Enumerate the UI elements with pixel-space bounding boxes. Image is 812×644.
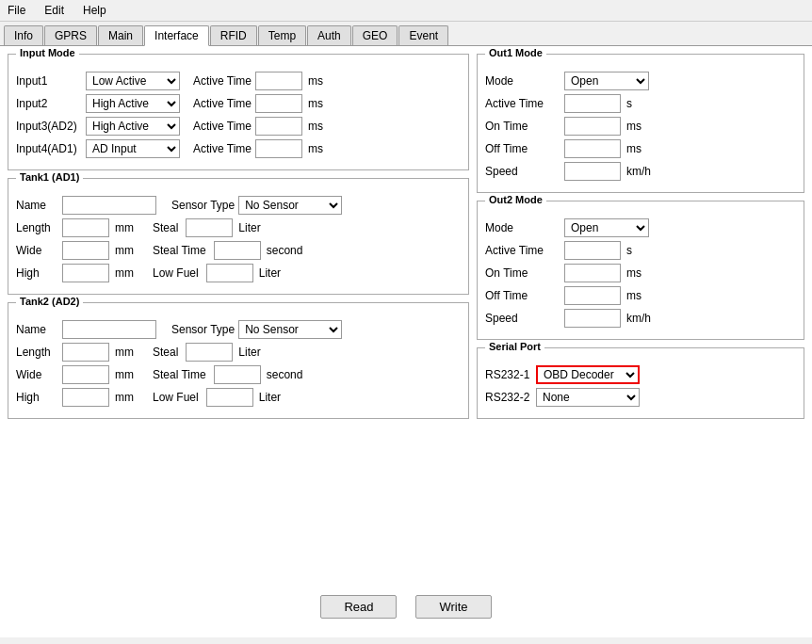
- tank1-steal-time-unit: second: [267, 244, 303, 257]
- tank1-title: Tank1 (AD1): [16, 171, 83, 183]
- out1-mode-label: Mode: [485, 74, 560, 88]
- tank2-steal-value[interactable]: 0: [186, 343, 233, 362]
- tank1-high-value[interactable]: 0: [62, 264, 109, 282]
- input1-row: Input1 Low Active High Active AD Input A…: [16, 72, 461, 90]
- tab-gprs[interactable]: GPRS: [44, 25, 97, 45]
- tank2-high-row: High 0 mm Low Fuel 0 Liter: [16, 388, 461, 407]
- tank2-steal-label: Steal: [153, 346, 178, 359]
- out2-speed-unit: km/h: [626, 312, 651, 325]
- tank2-length-value[interactable]: 0: [62, 343, 109, 362]
- tank2-length-label: Length: [16, 346, 58, 359]
- out2-speed-label: Speed: [485, 312, 560, 325]
- tab-info[interactable]: Info: [4, 25, 43, 45]
- tab-main[interactable]: Main: [98, 25, 143, 45]
- out1-speed-value[interactable]: 0: [564, 162, 621, 181]
- tank2-high-label: High: [16, 391, 58, 404]
- out2-speed-row: Speed 0 km/h: [485, 309, 796, 328]
- input-mode-title: Input Mode: [16, 47, 79, 58]
- out2-on-time-value[interactable]: 0: [564, 264, 621, 282]
- tank1-steal-value[interactable]: 0: [186, 218, 233, 237]
- tank2-name-value[interactable]: [62, 320, 156, 339]
- menu-edit[interactable]: Edit: [41, 2, 68, 19]
- tank2-wide-value[interactable]: 0: [62, 365, 109, 384]
- input2-unit: ms: [308, 97, 327, 110]
- out2-speed-value[interactable]: 0: [564, 309, 621, 328]
- out1-off-time-label: Off Time: [485, 142, 560, 155]
- tank2-steal-time-value[interactable]: 0: [214, 365, 261, 384]
- menu-file[interactable]: File: [4, 2, 29, 19]
- tank1-steal-time-value[interactable]: 0: [214, 241, 261, 260]
- menu-help[interactable]: Help: [79, 2, 110, 19]
- out2-off-time-row: Off Time 0 ms: [485, 286, 796, 305]
- tab-interface[interactable]: Interface: [144, 25, 209, 46]
- tab-temp[interactable]: Temp: [258, 25, 306, 45]
- out2-on-time-label: On Time: [485, 266, 560, 280]
- tab-rfid[interactable]: RFID: [210, 25, 257, 45]
- rs232-2-select[interactable]: None OBD Decoder GPS Other: [536, 388, 640, 407]
- out1-on-time-value[interactable]: 0: [564, 117, 621, 136]
- out2-mode-row: Mode Open Closed Pulse: [485, 218, 796, 237]
- right-column: Out1 Mode Mode Open Closed Pulse Active …: [477, 54, 804, 427]
- tab-event[interactable]: Event: [398, 25, 448, 45]
- tank1-sensor-type-label: Sensor Type: [171, 199, 235, 212]
- out2-mode-inner: Mode Open Closed Pulse Active Time 0 s O: [485, 218, 796, 328]
- input3-row: Input3(AD2) Low Active High Active AD In…: [16, 117, 461, 136]
- write-button[interactable]: Write: [415, 595, 491, 619]
- tank2-high-value[interactable]: 0: [62, 388, 109, 407]
- tank1-wide-label: Wide: [16, 244, 58, 257]
- out2-mode-select[interactable]: Open Closed Pulse: [564, 218, 649, 237]
- tank1-name-value[interactable]: [62, 196, 156, 215]
- out2-mode-title: Out2 Mode: [485, 194, 546, 205]
- tank2-sensor-type-select[interactable]: No Sensor Sensor 1 Sensor 2: [238, 320, 342, 339]
- tank1-length-value[interactable]: 0: [62, 218, 109, 237]
- tank2-length-row: Length 0 mm Steal 0 Liter: [16, 343, 461, 362]
- rs232-2-row: RS232-2 None OBD Decoder GPS Other: [485, 388, 796, 407]
- out1-off-time-value[interactable]: 0: [564, 139, 621, 158]
- tank2-low-fuel-value[interactable]: 0: [206, 388, 253, 407]
- input1-active-time-value[interactable]: 0: [255, 72, 302, 90]
- main-content: Input Mode Input1 Low Active High Active…: [0, 46, 812, 637]
- tank2-high-unit: mm: [115, 391, 134, 404]
- input1-mode-select[interactable]: Low Active High Active AD Input: [86, 72, 180, 90]
- input4-mode-select[interactable]: Low Active High Active AD Input: [86, 139, 180, 158]
- tank1-steal-label: Steal: [153, 221, 178, 234]
- input2-label: Input2: [16, 97, 82, 110]
- rs232-2-label: RS232-2: [485, 391, 532, 404]
- out1-off-time-unit: ms: [626, 142, 645, 155]
- tank1-low-fuel-unit: Liter: [259, 266, 281, 280]
- tab-auth[interactable]: Auth: [307, 25, 351, 45]
- input2-active-time-value[interactable]: 0: [255, 94, 302, 113]
- tank1-wide-row: Wide 0 mm Steal Time 0 second: [16, 241, 461, 260]
- out2-off-time-value[interactable]: 0: [564, 286, 621, 305]
- input3-mode-select[interactable]: Low Active High Active AD Input: [86, 117, 180, 136]
- tank1-name-label: Name: [16, 199, 58, 212]
- out1-mode-select[interactable]: Open Closed Pulse: [564, 72, 649, 90]
- out1-active-time-unit: s: [626, 97, 645, 110]
- tank1-low-fuel-value[interactable]: 0: [206, 264, 253, 282]
- tank2-sensor-type-label: Sensor Type: [171, 323, 235, 336]
- tank1-wide-value[interactable]: 0: [62, 241, 109, 260]
- tank1-high-unit: mm: [115, 266, 134, 280]
- input2-mode-select[interactable]: Low Active High Active AD Input: [86, 94, 180, 113]
- tank1-steal-time-label: Steal Time: [153, 244, 206, 257]
- input4-row: Input4(AD1) Low Active High Active AD In…: [16, 139, 461, 158]
- tab-geo[interactable]: GEO: [352, 25, 398, 45]
- input3-active-time-value[interactable]: 0: [255, 117, 302, 136]
- tank2-wide-row: Wide 0 mm Steal Time 0 second: [16, 365, 461, 384]
- input2-row: Input2 Low Active High Active AD Input A…: [16, 94, 461, 113]
- out2-active-time-value[interactable]: 0: [564, 241, 621, 260]
- tank1-sensor-type-select[interactable]: No Sensor Sensor 1 Sensor 2: [238, 196, 342, 215]
- out2-on-time-row: On Time 0 ms: [485, 264, 796, 282]
- rs232-1-select[interactable]: OBD Decoder None GPS Other: [536, 365, 640, 384]
- out1-on-time-label: On Time: [485, 120, 560, 133]
- out1-speed-unit: km/h: [626, 165, 651, 178]
- tank1-name-row: Name Sensor Type No Sensor Sensor 1 Sens…: [16, 196, 461, 215]
- tank2-low-fuel-unit: Liter: [259, 391, 281, 404]
- out1-active-time-value[interactable]: 0: [564, 94, 621, 113]
- tank2-length-unit: mm: [115, 346, 134, 359]
- input4-active-time-value[interactable]: 0: [255, 139, 302, 158]
- input4-label: Input4(AD1): [16, 142, 82, 155]
- out2-active-time-label: Active Time: [485, 244, 560, 257]
- read-button[interactable]: Read: [320, 595, 397, 619]
- out2-mode-group: Out2 Mode Mode Open Closed Pulse Active …: [477, 201, 804, 340]
